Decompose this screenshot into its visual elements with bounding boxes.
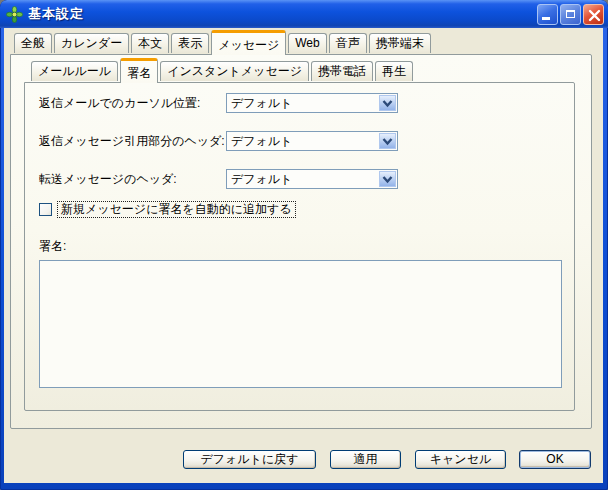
secondary-tab-strip: メールルール 署名 インスタントメッセージ 携帯電話 再生 [24, 58, 413, 83]
message-tab-page: 返信メールでのカーソル位置: デフォルト 返信メッセージ引用部分のヘッダ: デフ… [10, 54, 592, 429]
auto-add-signature-checkbox[interactable] [39, 203, 52, 216]
apply-button[interactable]: 適用 [330, 450, 401, 469]
forward-header-value: デフォルト [231, 172, 292, 187]
minimize-button[interactable] [537, 4, 558, 25]
tab-calendar[interactable]: カレンダー [54, 33, 129, 53]
tab-sound[interactable]: 音声 [329, 33, 367, 53]
cancel-button[interactable]: キャンセル [415, 450, 506, 469]
tab-playback[interactable]: 再生 [375, 61, 413, 81]
close-icon [587, 8, 602, 23]
dialog-client-area: 全般 カレンダー 本文 表示 メッセージ Web 音声 携帯端末 メールルール … [4, 28, 603, 483]
reply-quote-header-label: 返信メッセージ引用部分のヘッダ: [39, 134, 225, 148]
reply-cursor-position-select[interactable]: デフォルト [226, 93, 398, 113]
primary-tab-strip: 全般 カレンダー 本文 表示 メッセージ Web 音声 携帯端末 [10, 30, 431, 55]
tab-body[interactable]: 本文 [131, 33, 169, 53]
maximize-button[interactable] [560, 4, 581, 25]
tab-general[interactable]: 全般 [14, 33, 52, 53]
tab-mobile-device[interactable]: 携帯端末 [369, 33, 431, 53]
reply-quote-header-value: デフォルト [231, 134, 292, 149]
chevron-down-icon[interactable] [379, 171, 396, 187]
forward-header-select[interactable]: デフォルト [226, 169, 398, 189]
signature-tab-page: 返信メールでのカーソル位置: デフォルト 返信メッセージ引用部分のヘッダ: デフ… [24, 82, 575, 411]
forward-header-label: 転送メッセージのヘッダ: [39, 172, 177, 186]
tab-web[interactable]: Web [288, 33, 326, 53]
reply-cursor-position-value: デフォルト [231, 96, 292, 111]
tab-display[interactable]: 表示 [171, 33, 209, 53]
ok-button[interactable]: OK [519, 450, 591, 469]
shuriken-app-icon [6, 6, 23, 23]
minimize-icon [542, 17, 550, 20]
restore-defaults-button[interactable]: デフォルトに戻す [183, 450, 316, 469]
tab-signature[interactable]: 署名 [120, 58, 158, 83]
tab-message[interactable]: メッセージ [211, 30, 286, 55]
preferences-window: 基本設定 全般 カレンダー 本文 表示 メッセージ Web 音声 携帯端末 メー… [0, 0, 608, 490]
maximize-icon [566, 10, 575, 18]
close-button[interactable] [583, 4, 604, 25]
auto-add-signature-label[interactable]: 新規メッセージに署名を自動的に追加する [57, 201, 296, 218]
chevron-down-icon[interactable] [379, 95, 396, 111]
reply-cursor-position-label: 返信メールでのカーソル位置: [39, 96, 200, 110]
signature-textarea[interactable] [39, 260, 562, 388]
tab-mail-rules[interactable]: メールルール [31, 61, 118, 81]
tab-mobile-phone[interactable]: 携帯電話 [311, 61, 373, 81]
chevron-down-icon[interactable] [379, 133, 396, 149]
reply-quote-header-select[interactable]: デフォルト [226, 131, 398, 151]
window-title: 基本設定 [28, 5, 537, 23]
signature-label: 署名: [39, 238, 66, 255]
tab-instant-message[interactable]: インスタントメッセージ [160, 61, 309, 81]
window-controls [537, 4, 604, 25]
titlebar[interactable]: 基本設定 [0, 0, 608, 28]
